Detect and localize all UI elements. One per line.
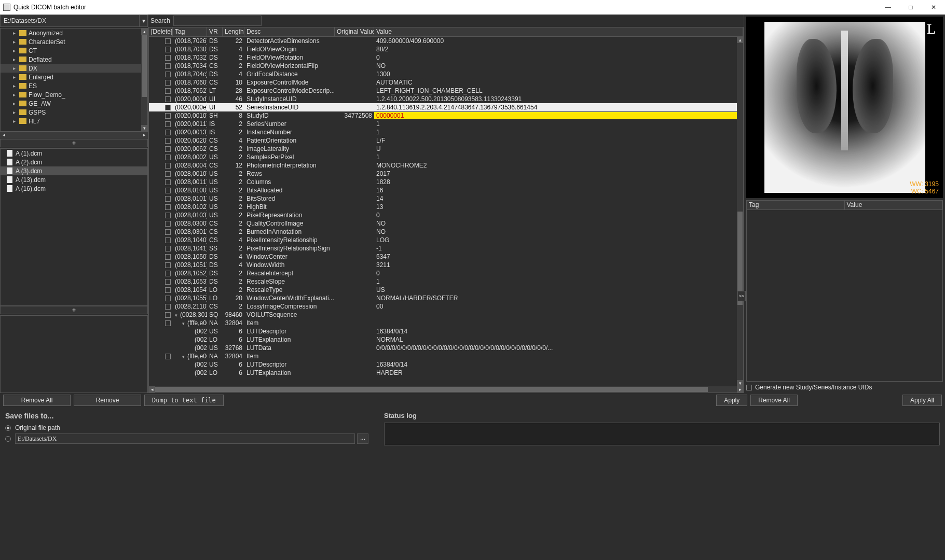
delete-checkbox[interactable] <box>165 304 171 310</box>
tag-row[interactable]: (0028,1053)DS2RescaleSlope1 <box>149 277 737 286</box>
tag-row[interactable]: (0028,1052)DS2RescaleIntercept0 <box>149 269 737 277</box>
scroll-down-icon[interactable]: ▾ <box>737 380 743 386</box>
tag-value[interactable]: LOG <box>374 236 737 244</box>
tag-value[interactable]: 16384/0/14 <box>374 361 737 368</box>
file-item[interactable]: A (1).dcm <box>1 149 147 158</box>
chevron-down-icon[interactable]: ▾ <box>182 321 187 326</box>
tag-row[interactable]: (0028,0010)US2Rows2017 <box>149 170 737 178</box>
tag-row[interactable]: (0018,7062)LT28ExposureControlModeDescri… <box>149 87 737 95</box>
delete-checkbox[interactable] <box>165 146 171 152</box>
scroll-down-icon[interactable]: ▾ <box>141 125 147 131</box>
tag-row[interactable]: (0028,30...US32768LUTData0/0/0/0/0/0/0/0… <box>149 344 737 352</box>
tag-row[interactable]: (0028,1054)LO2RescaleTypeUS <box>149 286 737 294</box>
delete-checkbox[interactable] <box>165 262 171 268</box>
tag-value[interactable]: 00 <box>374 303 737 310</box>
tag-value[interactable]: 16 <box>374 187 737 194</box>
folder-tree[interactable]: ▸Anonymized▸CharacterSet▸CT▸Deflated▸DX▸… <box>0 28 148 132</box>
tag-value[interactable]: NO <box>374 228 737 235</box>
folder-item[interactable]: ▸GE_AW <box>1 99 141 108</box>
tag-value[interactable]: 0 <box>374 270 737 277</box>
delete-checkbox[interactable] <box>165 179 171 185</box>
apply-all-button[interactable]: Apply All <box>902 395 942 406</box>
tag-value[interactable]: 00000001 <box>374 112 737 119</box>
file-list[interactable]: A (1).dcmA (2).dcmA (3).dcmA (13).dcmA (… <box>0 148 148 306</box>
browse-button[interactable]: ... <box>357 433 368 444</box>
expand-button[interactable]: >> <box>737 291 746 301</box>
folder-item[interactable]: ▸Enlarged <box>1 73 141 81</box>
file-item[interactable]: A (2).dcm <box>1 158 147 166</box>
tag-row[interactable]: (0028,0301)CS2BurnedInAnnotationNO <box>149 228 737 236</box>
delete-checkbox[interactable] <box>165 63 171 69</box>
tag-value[interactable]: NORMAL <box>374 336 737 343</box>
chevron-down-icon[interactable]: ▾ <box>182 354 187 359</box>
delete-checkbox[interactable] <box>165 72 171 77</box>
tag-value[interactable]: 1.2.410.200022.500.20130508093583.113302… <box>374 95 737 103</box>
scroll-thumb[interactable] <box>142 35 147 97</box>
close-button[interactable]: ✕ <box>922 0 945 15</box>
delete-checkbox[interactable] <box>165 47 171 52</box>
folder-item[interactable]: ▸Deflated <box>1 55 141 64</box>
tag-value[interactable]: HARDER <box>374 369 737 376</box>
radio-original-path[interactable] <box>5 425 11 431</box>
col-tag[interactable]: Tag <box>173 27 207 36</box>
folder-item[interactable]: ▸DX <box>1 64 141 73</box>
delete-checkbox[interactable] <box>165 113 171 119</box>
tag-value[interactable]: 409.600000/409.600000 <box>374 37 737 45</box>
scroll-left-icon[interactable]: ◂ <box>0 132 7 139</box>
tag-row[interactable]: (0018,7060)CS10ExposureControlModeAUTOMA… <box>149 78 737 87</box>
tag-row[interactable]: (0028,0101)US2BitsStored14 <box>149 194 737 203</box>
remove-all-right-button[interactable]: Remove All <box>750 395 798 406</box>
tag-value[interactable]: NORMAL/HARDER/SOFTER <box>374 295 737 302</box>
col-value[interactable]: Value <box>845 201 943 209</box>
tag-value[interactable]: U <box>374 145 737 152</box>
scroll-left-icon[interactable]: ◂ <box>149 386 155 393</box>
tag-row[interactable]: (0028,1050)DS4WindowCenter5347 <box>149 253 737 261</box>
tag-row[interactable]: (0028,0300)CS2QualityControlImageNO <box>149 219 737 228</box>
delete-checkbox[interactable] <box>165 155 171 160</box>
delete-checkbox[interactable] <box>165 204 171 210</box>
col-length[interactable]: Length <box>223 27 244 36</box>
tag-table[interactable]: [Delete] Tag VR Length Desc Original Val… <box>148 27 744 393</box>
tag-row[interactable]: (0020,0011)IS2SeriesNumber1 <box>149 120 737 128</box>
tag-value[interactable]: 5347 <box>374 253 737 260</box>
tag-row[interactable]: (0020,0010)SH8StudyID3477250800000001 <box>149 111 737 120</box>
tag-value[interactable]: NO <box>374 62 737 69</box>
tag-row[interactable]: (0028,30...US6LUTDescriptor16384/0/14 <box>149 327 737 335</box>
tag-row[interactable]: (0028,30...US6LUTDescriptor16384/0/14 <box>149 360 737 369</box>
tag-row[interactable]: (0018,7034)CS2FieldOfViewHorizontalFlipN… <box>149 62 737 70</box>
tag-row[interactable]: (0028,0100)US2BitsAllocated16 <box>149 186 737 194</box>
tag-row[interactable]: (0020,0062)CS2ImageLateralityU <box>149 145 737 153</box>
delete-checkbox[interactable] <box>165 246 171 251</box>
tag-value[interactable]: -1 <box>374 245 737 252</box>
tag-value[interactable]: 1 <box>374 278 737 285</box>
delete-checkbox[interactable] <box>165 38 171 44</box>
tag-row[interactable]: ▾(fffe,e000)NA32804Item <box>149 319 737 327</box>
path-input[interactable] <box>1 15 139 26</box>
delete-checkbox[interactable] <box>165 254 171 260</box>
tag-value[interactable]: 13 <box>374 203 737 211</box>
tag-value[interactable]: 1828 <box>374 178 737 186</box>
search-input[interactable] <box>173 16 262 26</box>
col-tag[interactable]: Tag <box>747 201 845 209</box>
tag-row[interactable]: (0028,30...LO6LUTExplanationNORMAL <box>149 335 737 344</box>
tag-row[interactable]: (0020,000e)UI52SeriesInstanceUID1.2.840.… <box>149 103 737 111</box>
delete-checkbox[interactable] <box>165 271 171 276</box>
tag-row[interactable]: (0018,704c)DS4GridFocalDistance1300 <box>149 70 737 78</box>
delete-checkbox[interactable] <box>165 354 171 359</box>
folder-item[interactable]: ▸Anonymized <box>1 29 141 37</box>
tag-row[interactable]: (0028,2110)CS2LossyImageCompression00 <box>149 302 737 311</box>
remove-button[interactable]: Remove <box>74 395 141 406</box>
tag-row[interactable]: (0028,0103)US2PixelRepresentation0 <box>149 211 737 219</box>
tag-value[interactable]: US <box>374 286 737 293</box>
tag-value[interactable]: 0 <box>374 54 737 61</box>
tag-value[interactable]: 0 <box>374 212 737 219</box>
tag-row[interactable]: (0028,30...LO6LUTExplanationHARDER <box>149 369 737 377</box>
delete-checkbox[interactable] <box>165 138 171 144</box>
gen-uids-checkbox[interactable] <box>746 385 752 390</box>
tag-hscrollbar[interactable]: ◂ ▸ <box>149 386 743 393</box>
delete-checkbox[interactable] <box>165 121 171 127</box>
delete-checkbox[interactable] <box>165 296 171 301</box>
tag-value[interactable]: 88/2 <box>374 46 737 53</box>
delete-checkbox[interactable] <box>165 213 171 218</box>
tag-row[interactable]: (0020,0020)CS4PatientOrientationL/F <box>149 136 737 145</box>
